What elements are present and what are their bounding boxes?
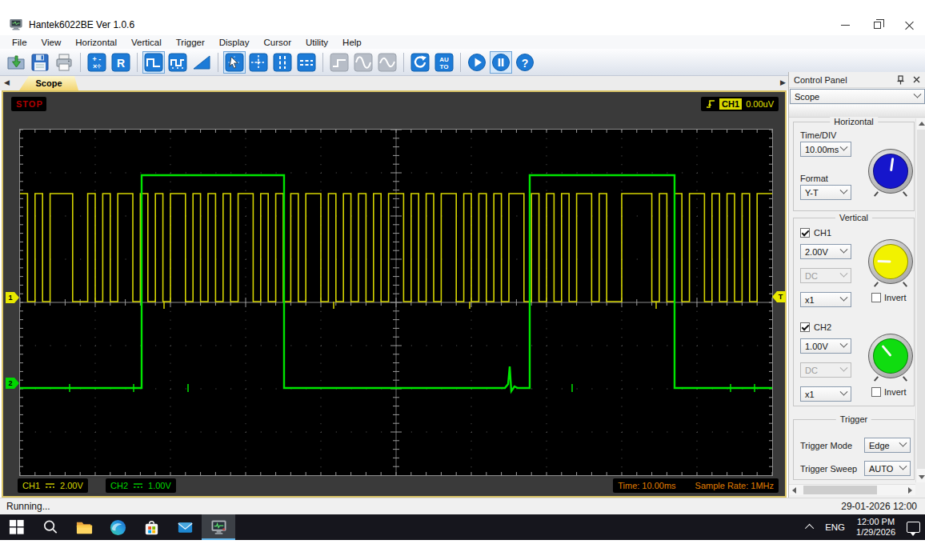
chevron-down-icon xyxy=(840,388,848,396)
ch2-scale-select[interactable]: 1.00V xyxy=(800,338,851,354)
ch2-probe-select[interactable]: x1 xyxy=(800,386,851,402)
save-button[interactable] xyxy=(29,51,51,74)
open-file-button[interactable] xyxy=(5,51,27,74)
ch2-invert-checkbox[interactable] xyxy=(871,387,881,397)
step-wave-icon xyxy=(330,53,349,72)
sine-wave-button xyxy=(352,51,374,74)
menu-item-file[interactable]: File xyxy=(5,37,34,48)
help-button[interactable]: ? xyxy=(514,51,536,74)
vertical-group-label: Vertical xyxy=(835,213,872,222)
horizontal-cursors-icon xyxy=(297,53,316,72)
dc-coupling-icon xyxy=(133,482,143,490)
scope-display: STOP CH1 0.00uV 1 2 T CH1 2.00V CH2 1.00… xyxy=(2,90,787,498)
scroll-down-icon[interactable] xyxy=(916,472,925,482)
cursor-select-icon xyxy=(225,53,244,72)
start-icon xyxy=(467,53,487,72)
trigger-sweep-select[interactable]: AUTO xyxy=(864,461,911,476)
chevron-down-icon xyxy=(914,90,922,98)
tab-scroll-left-icon[interactable]: ◀ xyxy=(4,78,10,86)
auto-setup-button[interactable]: AUTO xyxy=(433,51,455,74)
taskbar-start-button[interactable] xyxy=(0,514,34,540)
cursor-select-button[interactable] xyxy=(223,51,246,74)
ch1-position-marker[interactable]: 1 xyxy=(6,292,19,303)
auto-setup-icon: AUTO xyxy=(434,53,454,72)
control-panel-header: Control Panel xyxy=(789,72,925,88)
mail-icon xyxy=(176,518,194,537)
scope-grid xyxy=(19,129,773,476)
taskbar-store-button[interactable] xyxy=(134,514,168,540)
print-button[interactable] xyxy=(53,51,75,74)
language-indicator[interactable]: ENG xyxy=(825,522,845,532)
trigger-level-marker[interactable]: T xyxy=(772,291,786,302)
trigger-source-chip: CH1 xyxy=(719,98,742,110)
math-operations-button[interactable]: + -×÷ xyxy=(86,51,108,74)
cross-cursor-button[interactable] xyxy=(247,51,270,74)
ch1-coupling-select[interactable]: DC xyxy=(800,268,851,283)
panel-band xyxy=(789,105,925,118)
menu-item-horizontal[interactable]: Horizontal xyxy=(68,37,124,48)
pause-button[interactable] xyxy=(490,51,512,74)
menu-item-cursor[interactable]: Cursor xyxy=(256,37,298,48)
control-panel: Control Panel Scope Horizontal Time/DIV … xyxy=(788,72,925,498)
horizontal-position-knob[interactable] xyxy=(868,149,913,194)
panel-mode-select[interactable]: Scope xyxy=(790,89,925,104)
panel-vertical-scrollbar[interactable] xyxy=(915,118,925,482)
trigger-slope-icon xyxy=(192,53,211,72)
vertical-cursors-button[interactable] xyxy=(271,51,294,74)
panel-horizontal-scrollbar[interactable] xyxy=(789,484,915,495)
scroll-right-icon[interactable] xyxy=(905,485,915,496)
restore-button[interactable] xyxy=(861,14,893,35)
menu-item-utility[interactable]: Utility xyxy=(298,37,335,48)
ch1-invert-checkbox[interactable] xyxy=(871,293,881,302)
taskbar-clock[interactable]: 12:00 PM1/29/2026 xyxy=(856,517,895,538)
trigger-slope-button[interactable] xyxy=(190,51,213,74)
tab-scroll-right-icon[interactable]: ▶ xyxy=(780,78,786,86)
close-button[interactable] xyxy=(893,14,925,35)
format-select[interactable]: Y-T xyxy=(800,185,851,200)
scroll-up-icon[interactable] xyxy=(916,118,925,129)
square-wave-display-button[interactable] xyxy=(142,51,165,74)
ch1-probe-select[interactable]: x1 xyxy=(800,292,851,307)
ch1-position-knob[interactable] xyxy=(868,239,913,284)
system-tray: ENG 12:00 PM1/29/2026 xyxy=(807,514,920,540)
reference-waveform-button[interactable]: R xyxy=(110,51,132,74)
menu-item-trigger[interactable]: Trigger xyxy=(169,37,212,48)
ch2-position-marker[interactable]: 2 xyxy=(6,378,19,389)
pin-icon[interactable] xyxy=(896,75,905,85)
ch1-enable-checkbox[interactable] xyxy=(800,228,810,238)
close-panel-icon[interactable] xyxy=(913,76,920,83)
square-wave-display-icon xyxy=(144,53,163,72)
minimize-button[interactable] xyxy=(829,14,861,35)
ch1-scale-select[interactable]: 2.00V xyxy=(800,244,851,259)
taskbar-search-button[interactable] xyxy=(34,514,67,540)
trigger-mode-select[interactable]: Edge xyxy=(864,438,911,453)
window-title: Hantek6022BE Ver 1.0.6 xyxy=(29,19,134,30)
ch2-enable-checkbox[interactable] xyxy=(800,322,810,332)
taskbar-edge-button[interactable] xyxy=(101,514,134,540)
horizontal-scroll-thumb[interactable] xyxy=(803,486,877,494)
menu-item-view[interactable]: View xyxy=(34,37,69,48)
taskbar-file-explorer-button[interactable] xyxy=(67,514,101,540)
refresh-button[interactable] xyxy=(409,51,431,74)
ch2-position-knob[interactable] xyxy=(868,334,913,378)
ch1-label: CH1 xyxy=(814,228,831,238)
horizontal-cursors-button[interactable] xyxy=(295,51,318,74)
trigger-readout: CH1 0.00uV xyxy=(701,97,779,111)
vertical-scroll-thumb[interactable] xyxy=(917,130,925,469)
menu-item-display[interactable]: Display xyxy=(212,37,257,48)
tray-expand-icon[interactable] xyxy=(805,524,814,533)
tab-scope[interactable]: Scope xyxy=(19,76,78,90)
ch2-coupling-select[interactable]: DC xyxy=(800,362,851,378)
menu-item-help[interactable]: Help xyxy=(335,37,369,48)
taskbar-mail-button[interactable] xyxy=(168,514,202,540)
scroll-left-icon[interactable] xyxy=(789,485,799,496)
time-div-select[interactable]: 10.00ms xyxy=(800,142,851,157)
start-icon xyxy=(8,518,26,537)
notification-icon[interactable] xyxy=(907,522,920,533)
taskbar-hantek-app-button[interactable] xyxy=(202,514,235,540)
status-text: Running... xyxy=(6,501,50,512)
start-button[interactable] xyxy=(466,51,488,74)
toolbar-separator xyxy=(322,53,323,72)
menu-item-vertical[interactable]: Vertical xyxy=(124,37,169,48)
dual-wave-display-button[interactable] xyxy=(166,51,189,74)
